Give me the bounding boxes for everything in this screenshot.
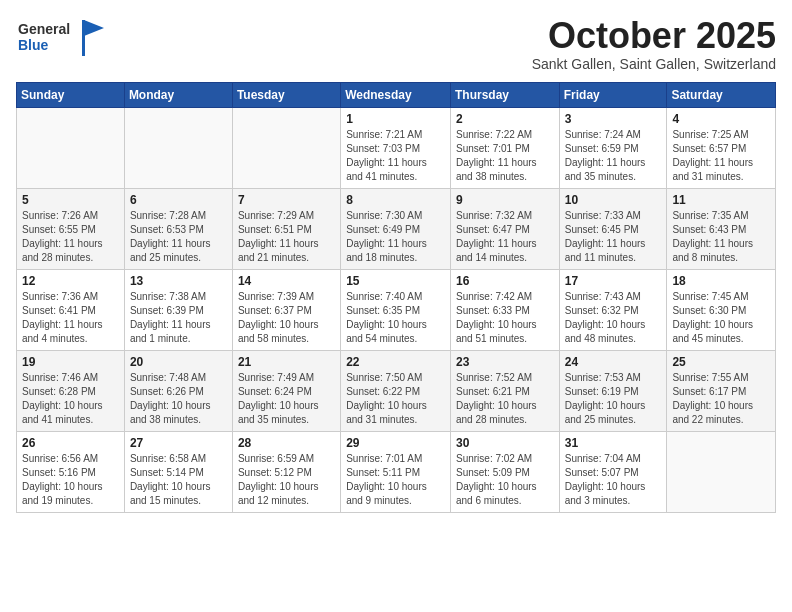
day-info: Sunrise: 7:32 AM Sunset: 6:47 PM Dayligh… xyxy=(456,209,554,265)
day-number: 4 xyxy=(672,112,770,126)
calendar-cell xyxy=(232,107,340,188)
day-number: 13 xyxy=(130,274,227,288)
calendar-cell: 10Sunrise: 7:33 AM Sunset: 6:45 PM Dayli… xyxy=(559,188,667,269)
day-info: Sunrise: 7:30 AM Sunset: 6:49 PM Dayligh… xyxy=(346,209,445,265)
calendar: Sunday Monday Tuesday Wednesday Thursday… xyxy=(16,82,776,513)
day-info: Sunrise: 7:25 AM Sunset: 6:57 PM Dayligh… xyxy=(672,128,770,184)
calendar-cell: 5Sunrise: 7:26 AM Sunset: 6:55 PM Daylig… xyxy=(17,188,125,269)
header: General Blue October 2025 Sankt Gallen, … xyxy=(16,16,776,72)
calendar-cell: 31Sunrise: 7:04 AM Sunset: 5:07 PM Dayli… xyxy=(559,431,667,512)
calendar-cell: 4Sunrise: 7:25 AM Sunset: 6:57 PM Daylig… xyxy=(667,107,776,188)
calendar-cell: 25Sunrise: 7:55 AM Sunset: 6:17 PM Dayli… xyxy=(667,350,776,431)
calendar-cell xyxy=(667,431,776,512)
day-info: Sunrise: 7:02 AM Sunset: 5:09 PM Dayligh… xyxy=(456,452,554,508)
calendar-cell: 23Sunrise: 7:52 AM Sunset: 6:21 PM Dayli… xyxy=(450,350,559,431)
location: Sankt Gallen, Saint Gallen, Switzerland xyxy=(532,56,776,72)
day-number: 28 xyxy=(238,436,335,450)
header-thursday: Thursday xyxy=(450,82,559,107)
calendar-week-5: 26Sunrise: 6:56 AM Sunset: 5:16 PM Dayli… xyxy=(17,431,776,512)
calendar-cell: 29Sunrise: 7:01 AM Sunset: 5:11 PM Dayli… xyxy=(341,431,451,512)
day-info: Sunrise: 7:26 AM Sunset: 6:55 PM Dayligh… xyxy=(22,209,119,265)
day-info: Sunrise: 7:43 AM Sunset: 6:32 PM Dayligh… xyxy=(565,290,662,346)
day-number: 29 xyxy=(346,436,445,450)
calendar-cell: 16Sunrise: 7:42 AM Sunset: 6:33 PM Dayli… xyxy=(450,269,559,350)
calendar-cell: 2Sunrise: 7:22 AM Sunset: 7:01 PM Daylig… xyxy=(450,107,559,188)
calendar-cell: 11Sunrise: 7:35 AM Sunset: 6:43 PM Dayli… xyxy=(667,188,776,269)
header-tuesday: Tuesday xyxy=(232,82,340,107)
day-info: Sunrise: 7:38 AM Sunset: 6:39 PM Dayligh… xyxy=(130,290,227,346)
calendar-cell: 17Sunrise: 7:43 AM Sunset: 6:32 PM Dayli… xyxy=(559,269,667,350)
day-number: 16 xyxy=(456,274,554,288)
day-number: 18 xyxy=(672,274,770,288)
day-info: Sunrise: 7:29 AM Sunset: 6:51 PM Dayligh… xyxy=(238,209,335,265)
logo-svg: General Blue xyxy=(16,16,106,61)
day-number: 30 xyxy=(456,436,554,450)
day-info: Sunrise: 7:46 AM Sunset: 6:28 PM Dayligh… xyxy=(22,371,119,427)
calendar-week-4: 19Sunrise: 7:46 AM Sunset: 6:28 PM Dayli… xyxy=(17,350,776,431)
day-number: 31 xyxy=(565,436,662,450)
day-number: 24 xyxy=(565,355,662,369)
weekday-header-row: Sunday Monday Tuesday Wednesday Thursday… xyxy=(17,82,776,107)
calendar-cell: 27Sunrise: 6:58 AM Sunset: 5:14 PM Dayli… xyxy=(124,431,232,512)
day-info: Sunrise: 7:45 AM Sunset: 6:30 PM Dayligh… xyxy=(672,290,770,346)
day-number: 23 xyxy=(456,355,554,369)
day-info: Sunrise: 7:33 AM Sunset: 6:45 PM Dayligh… xyxy=(565,209,662,265)
day-number: 11 xyxy=(672,193,770,207)
day-info: Sunrise: 7:36 AM Sunset: 6:41 PM Dayligh… xyxy=(22,290,119,346)
day-info: Sunrise: 7:42 AM Sunset: 6:33 PM Dayligh… xyxy=(456,290,554,346)
calendar-cell: 8Sunrise: 7:30 AM Sunset: 6:49 PM Daylig… xyxy=(341,188,451,269)
day-number: 22 xyxy=(346,355,445,369)
day-number: 26 xyxy=(22,436,119,450)
svg-marker-2 xyxy=(84,20,104,36)
svg-text:General: General xyxy=(18,21,70,37)
calendar-cell: 18Sunrise: 7:45 AM Sunset: 6:30 PM Dayli… xyxy=(667,269,776,350)
day-number: 10 xyxy=(565,193,662,207)
calendar-cell: 21Sunrise: 7:49 AM Sunset: 6:24 PM Dayli… xyxy=(232,350,340,431)
header-monday: Monday xyxy=(124,82,232,107)
calendar-cell: 30Sunrise: 7:02 AM Sunset: 5:09 PM Dayli… xyxy=(450,431,559,512)
calendar-cell: 12Sunrise: 7:36 AM Sunset: 6:41 PM Dayli… xyxy=(17,269,125,350)
calendar-cell xyxy=(124,107,232,188)
day-number: 5 xyxy=(22,193,119,207)
calendar-cell: 1Sunrise: 7:21 AM Sunset: 7:03 PM Daylig… xyxy=(341,107,451,188)
day-number: 9 xyxy=(456,193,554,207)
day-number: 19 xyxy=(22,355,119,369)
svg-text:Blue: Blue xyxy=(18,37,49,53)
calendar-cell: 22Sunrise: 7:50 AM Sunset: 6:22 PM Dayli… xyxy=(341,350,451,431)
calendar-cell: 14Sunrise: 7:39 AM Sunset: 6:37 PM Dayli… xyxy=(232,269,340,350)
day-number: 20 xyxy=(130,355,227,369)
day-info: Sunrise: 6:59 AM Sunset: 5:12 PM Dayligh… xyxy=(238,452,335,508)
calendar-cell: 28Sunrise: 6:59 AM Sunset: 5:12 PM Dayli… xyxy=(232,431,340,512)
svg-rect-3 xyxy=(82,20,85,56)
page: General Blue October 2025 Sankt Gallen, … xyxy=(0,0,792,612)
day-number: 12 xyxy=(22,274,119,288)
day-info: Sunrise: 7:01 AM Sunset: 5:11 PM Dayligh… xyxy=(346,452,445,508)
day-number: 27 xyxy=(130,436,227,450)
day-number: 7 xyxy=(238,193,335,207)
calendar-cell: 20Sunrise: 7:48 AM Sunset: 6:26 PM Dayli… xyxy=(124,350,232,431)
logo-text: General Blue xyxy=(16,16,106,65)
calendar-week-3: 12Sunrise: 7:36 AM Sunset: 6:41 PM Dayli… xyxy=(17,269,776,350)
calendar-cell: 24Sunrise: 7:53 AM Sunset: 6:19 PM Dayli… xyxy=(559,350,667,431)
day-number: 3 xyxy=(565,112,662,126)
calendar-week-1: 1Sunrise: 7:21 AM Sunset: 7:03 PM Daylig… xyxy=(17,107,776,188)
day-info: Sunrise: 7:48 AM Sunset: 6:26 PM Dayligh… xyxy=(130,371,227,427)
day-info: Sunrise: 7:21 AM Sunset: 7:03 PM Dayligh… xyxy=(346,128,445,184)
calendar-cell: 9Sunrise: 7:32 AM Sunset: 6:47 PM Daylig… xyxy=(450,188,559,269)
day-info: Sunrise: 7:53 AM Sunset: 6:19 PM Dayligh… xyxy=(565,371,662,427)
header-wednesday: Wednesday xyxy=(341,82,451,107)
day-info: Sunrise: 7:04 AM Sunset: 5:07 PM Dayligh… xyxy=(565,452,662,508)
calendar-cell xyxy=(17,107,125,188)
day-info: Sunrise: 6:56 AM Sunset: 5:16 PM Dayligh… xyxy=(22,452,119,508)
calendar-cell: 6Sunrise: 7:28 AM Sunset: 6:53 PM Daylig… xyxy=(124,188,232,269)
day-number: 15 xyxy=(346,274,445,288)
calendar-cell: 26Sunrise: 6:56 AM Sunset: 5:16 PM Dayli… xyxy=(17,431,125,512)
calendar-cell: 13Sunrise: 7:38 AM Sunset: 6:39 PM Dayli… xyxy=(124,269,232,350)
day-number: 8 xyxy=(346,193,445,207)
header-friday: Friday xyxy=(559,82,667,107)
day-info: Sunrise: 7:28 AM Sunset: 6:53 PM Dayligh… xyxy=(130,209,227,265)
calendar-cell: 3Sunrise: 7:24 AM Sunset: 6:59 PM Daylig… xyxy=(559,107,667,188)
day-info: Sunrise: 6:58 AM Sunset: 5:14 PM Dayligh… xyxy=(130,452,227,508)
day-number: 1 xyxy=(346,112,445,126)
month-title: October 2025 xyxy=(532,16,776,56)
